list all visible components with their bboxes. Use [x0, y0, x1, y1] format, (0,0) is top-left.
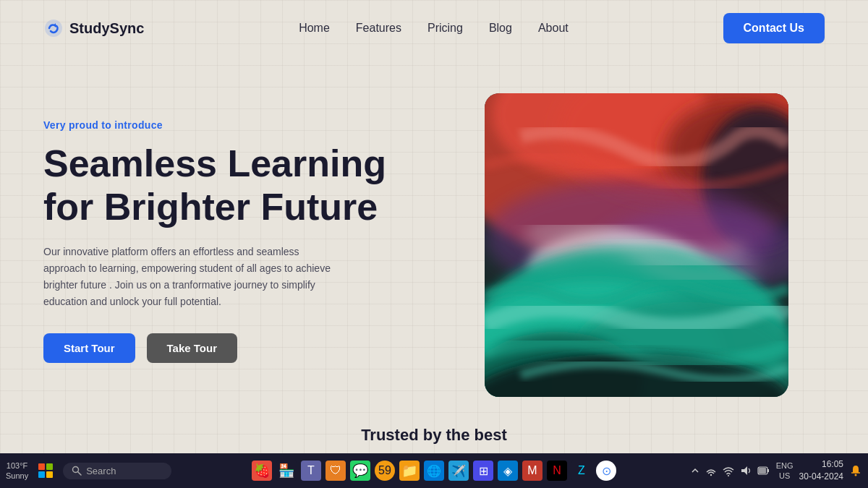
search-icon	[72, 466, 82, 476]
brand-logo[interactable]: StudySync	[43, 18, 144, 38]
taskbar-app-yellow[interactable]: 59	[375, 461, 395, 481]
taskbar-app-store[interactable]: 🏪	[276, 461, 297, 481]
nav-blog[interactable]: Blog	[489, 22, 512, 34]
hero-description: Our innovative platform offers an effort…	[43, 244, 333, 310]
taskbar-date-display: 30-04-2024	[799, 471, 843, 483]
windows-logo-icon	[38, 463, 54, 479]
taskbar-lang-eng: ENG	[776, 461, 793, 471]
taskbar-datetime: 16:05 30-04-2024	[799, 458, 843, 483]
nav-pricing[interactable]: Pricing	[427, 22, 463, 34]
hero-art-svg	[485, 93, 788, 397]
hero-title-line1: Seamless Learning	[43, 142, 386, 184]
svg-point-22	[710, 474, 712, 476]
nav-links: Home Features Pricing Blog About	[299, 22, 569, 35]
taskbar-weather: 103°F Sunny	[6, 461, 28, 481]
taskbar-app-folder[interactable]: 📁	[399, 461, 420, 481]
svg-marker-24	[741, 466, 747, 475]
taskbar-language: ENG US	[776, 461, 793, 481]
taskbar-app-grid[interactable]: ⊞	[473, 461, 493, 481]
svg-rect-17	[46, 463, 53, 470]
taskbar-center-icons: 🍓 🏪 T 🛡 💬 59 📁 🌐 ✈️ ⊞ ◈ M N Z ⊙	[252, 461, 616, 481]
taskbar-left: 103°F Sunny Search	[6, 461, 171, 481]
taskbar-chevron-icon[interactable]	[691, 466, 699, 475]
hero-buttons: Start Tour Take Tour	[43, 333, 420, 363]
svg-rect-26	[759, 468, 766, 474]
navbar: StudySync Home Features Pricing Blog Abo…	[0, 0, 868, 56]
taskbar-app-zype[interactable]: Z	[571, 461, 592, 481]
hero-title-line2: for Brighter Future	[43, 186, 378, 228]
svg-point-27	[855, 474, 857, 476]
nav-home[interactable]: Home	[299, 22, 330, 34]
start-tour-button[interactable]: Start Tour	[43, 333, 135, 363]
taskbar-lang-us: US	[776, 471, 793, 481]
taskbar-app-chrome[interactable]: ⊙	[596, 461, 616, 481]
taskbar-time-display: 16:05	[799, 458, 843, 471]
svg-rect-19	[46, 471, 53, 478]
taskbar-volume-icon	[740, 465, 752, 476]
trusted-section: Trusted by the best	[0, 411, 868, 453]
windows-start-button[interactable]	[35, 461, 56, 481]
page-wrapper: StudySync Home Features Pricing Blog Abo…	[0, 0, 868, 488]
taskbar-app-vscode[interactable]: ◈	[498, 461, 518, 481]
taskbar-app-telegram[interactable]: ✈️	[448, 461, 469, 481]
contact-us-button[interactable]: Contact Us	[723, 13, 825, 43]
taskbar-app-teams[interactable]: T	[301, 461, 321, 481]
taskbar-notification-icon[interactable]	[849, 464, 862, 477]
studysync-logo-icon	[43, 18, 64, 38]
svg-point-23	[728, 475, 729, 476]
nav-about[interactable]: About	[538, 22, 569, 34]
brand-name: StudySync	[69, 20, 144, 37]
svg-rect-16	[38, 463, 45, 470]
taskbar-search-label: Search	[86, 466, 116, 476]
taskbar-app-whatsapp[interactable]: 💬	[350, 461, 370, 481]
hero-content: Very proud to introduce Seamless Learnin…	[43, 119, 420, 363]
hero-title: Seamless Learning for Brighter Future	[43, 142, 420, 229]
taskbar-app-shield[interactable]: 🛡	[326, 461, 346, 481]
taskbar-network-icon	[705, 465, 717, 476]
hero-section: Very proud to introduce Seamless Learnin…	[0, 56, 868, 411]
taskbar-condition: Sunny	[6, 471, 28, 481]
trusted-label: Trusted by the best	[361, 426, 507, 444]
take-tour-button[interactable]: Take Tour	[147, 333, 237, 363]
taskbar-search-bar[interactable]: Search	[63, 463, 171, 479]
taskbar-battery-icon	[757, 466, 770, 475]
hero-tagline: Very proud to introduce	[43, 119, 420, 131]
hero-image-wrapper	[448, 86, 825, 397]
taskbar-app-edge[interactable]: 🌐	[424, 461, 444, 481]
taskbar-app-mcafee[interactable]: M	[522, 461, 542, 481]
hero-image	[485, 93, 788, 397]
taskbar-app-netflix[interactable]: N	[547, 461, 567, 481]
taskbar-right: ENG US 16:05 30-04-2024	[691, 458, 862, 483]
taskbar-app-strawberry[interactable]: 🍓	[252, 461, 272, 481]
svg-rect-18	[38, 471, 45, 478]
svg-line-21	[78, 472, 82, 476]
nav-features[interactable]: Features	[356, 22, 401, 34]
taskbar-temp: 103°F	[6, 461, 28, 471]
taskbar: 103°F Sunny Search	[0, 453, 868, 488]
svg-point-0	[45, 20, 62, 37]
taskbar-wifi-icon	[723, 465, 734, 476]
